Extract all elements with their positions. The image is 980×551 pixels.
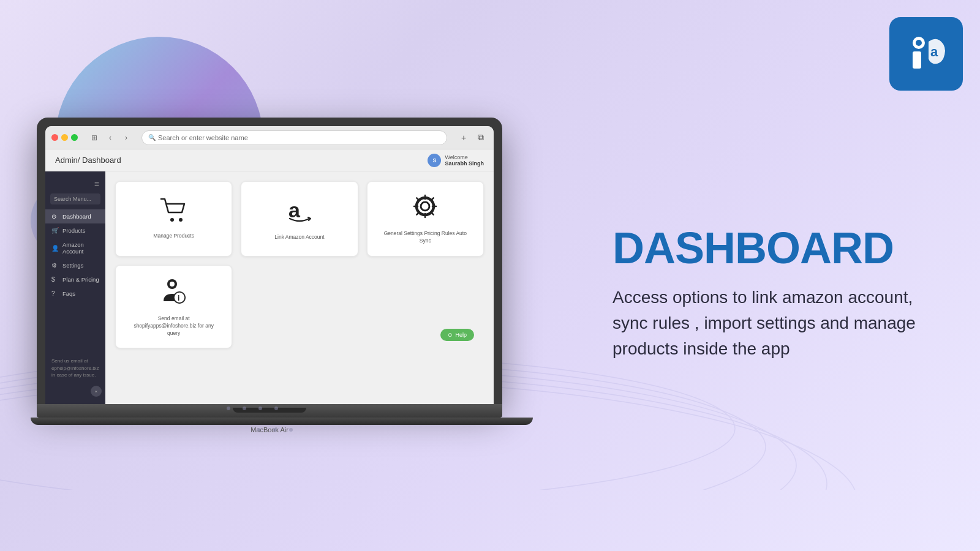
new-tab-button[interactable]: +: [457, 131, 470, 144]
support-card-label: Send email at shopifyapps@infoshore.biz …: [127, 315, 221, 337]
page-breadcrumb: Admin/ Dashboard: [55, 156, 121, 165]
sidebar-item-amazon[interactable]: 👤 Amazon Account: [45, 238, 105, 258]
svg-text:i: i: [178, 294, 179, 302]
browser-actions: + ⧉: [457, 131, 488, 144]
dashboard-heading: DASHBOARD: [612, 226, 931, 270]
forward-icon[interactable]: ›: [119, 131, 133, 144]
fullscreen-traffic-light[interactable]: [71, 134, 78, 141]
bottom-cards-grid: i Send email at shopifyapps@infoshore.bi…: [115, 265, 484, 349]
dashboard-cards-grid: Manage Products a: [115, 181, 484, 257]
sidebar: ≡ Search Menu... ⊙ Dashboard 🛒 Products …: [45, 171, 105, 404]
amazon-account-icon: 👤: [51, 245, 59, 252]
svg-text:a: a: [930, 44, 938, 59]
manage-products-label: Manage Products: [153, 233, 194, 240]
back-icon[interactable]: ‹: [104, 131, 117, 144]
general-settings-card[interactable]: General Settings Pricing Rules Auto Sync: [367, 181, 484, 257]
logo-svg: a: [902, 29, 951, 78]
user-info: Welcome Saurabh Singh: [445, 154, 484, 167]
help-icon: ⊙: [448, 332, 453, 338]
laptop-mockup: ⊞ ‹ › 🔍 Search or enter website name + ⧉…: [31, 118, 508, 433]
traffic-lights: [51, 134, 78, 141]
dashboard-icon: ⊙: [51, 213, 59, 220]
app-content: ≡ Search Menu... ⊙ Dashboard 🛒 Products …: [45, 171, 494, 404]
dot: [289, 428, 293, 432]
dots-row-1: [227, 407, 278, 410]
user-avatar: S: [428, 154, 441, 167]
browser-window: ⊞ ‹ › 🔍 Search or enter website name + ⧉…: [45, 126, 494, 404]
sidebar-footer: Send us email at ephelp@infoshore.biz in…: [45, 353, 105, 383]
dot: [274, 407, 278, 410]
browser-toolbar: ⊞ ‹ › 🔍 Search or enter website name + ⧉: [45, 126, 494, 149]
collapse-button[interactable]: «: [91, 386, 102, 397]
sidebar-footer-text: Send us email at ephelp@infoshore.biz in…: [51, 358, 99, 377]
plan-icon: $: [51, 276, 59, 283]
svg-point-13: [417, 198, 434, 215]
link-amazon-card[interactable]: a Link Amazon Account: [241, 181, 358, 257]
app-topbar: Admin/ Dashboard S Welcome Saurabh Singh: [45, 149, 494, 171]
search-icon: 🔍: [148, 134, 156, 141]
sidebar-toggle-icon[interactable]: ⊞: [88, 131, 101, 144]
user-name: Saurabh Singh: [445, 160, 484, 167]
sidebar-item-settings[interactable]: ⚙ Settings: [45, 258, 105, 272]
main-content: Manage Products a: [105, 171, 494, 404]
settings-icon: ⚙: [51, 262, 59, 269]
dot: [243, 407, 246, 410]
help-button-label: Help: [455, 332, 467, 338]
sidebar-item-products[interactable]: 🛒 Products: [45, 223, 105, 238]
close-traffic-light[interactable]: [51, 134, 58, 141]
minimize-traffic-light[interactable]: [61, 134, 68, 141]
sidebar-item-products-label: Products: [62, 227, 86, 234]
amazon-icon: a: [286, 197, 313, 229]
svg-point-14: [421, 202, 429, 211]
svg-rect-7: [913, 51, 921, 69]
user-badge: S Welcome Saurabh Singh: [428, 154, 484, 167]
sidebar-item-faqs[interactable]: ? Faqs: [45, 287, 105, 301]
support-card[interactable]: i Send email at shopifyapps@infoshore.bi…: [115, 265, 232, 349]
sidebar-item-faqs-label: Faqs: [62, 290, 75, 297]
sidebar-search-text: Search Menu...: [54, 196, 91, 202]
sidebar-search[interactable]: Search Menu...: [50, 193, 100, 204]
sidebar-item-plan-label: Plan & Pricing: [62, 276, 99, 283]
sidebar-collapse: «: [45, 383, 105, 399]
faqs-icon: ?: [51, 290, 59, 297]
svg-point-9: [170, 218, 174, 222]
dot: [227, 407, 230, 410]
browser-nav-controls: ⊞ ‹ ›: [88, 131, 133, 144]
welcome-label: Welcome: [445, 154, 484, 160]
dots-row-2: [257, 428, 293, 432]
help-button[interactable]: ⊙ Help: [440, 329, 474, 341]
dot: [257, 428, 261, 432]
gear-icon: [412, 193, 439, 225]
sidebar-item-settings-label: Settings: [62, 262, 83, 269]
hamburger-icon[interactable]: ≡: [45, 176, 105, 193]
general-settings-label: General Settings Pricing Rules Auto Sync: [379, 230, 472, 245]
laptop-body: ⊞ ‹ › 🔍 Search or enter website name + ⧉…: [37, 118, 502, 404]
dashboard-description: Access options to link amazon account, s…: [612, 285, 931, 362]
sidebar-item-dashboard[interactable]: ⊙ Dashboard: [45, 209, 105, 223]
svg-point-10: [179, 218, 183, 222]
support-icon: i: [160, 277, 188, 310]
manage-products-card[interactable]: Manage Products: [115, 181, 232, 257]
company-logo: a: [889, 17, 963, 91]
address-bar[interactable]: 🔍 Search or enter website name: [141, 130, 447, 145]
products-icon: 🛒: [51, 227, 59, 234]
laptop-foot: [31, 418, 533, 425]
dot: [273, 428, 277, 432]
svg-point-16: [170, 282, 175, 287]
sidebar-item-dashboard-label: Dashboard: [62, 213, 91, 220]
cart-icon: [160, 198, 188, 228]
svg-point-6: [916, 40, 922, 46]
sidebar-item-amazon-label: Amazon Account: [62, 241, 99, 255]
right-content-panel: DASHBOARD Access options to link amazon …: [612, 226, 931, 362]
dot: [258, 407, 262, 410]
link-amazon-label: Link Amazon Account: [274, 234, 324, 241]
sidebar-item-plan-pricing[interactable]: $ Plan & Pricing: [45, 272, 105, 287]
duplicate-tab-button[interactable]: ⧉: [474, 131, 488, 144]
address-bar-text: Search or enter website name: [158, 134, 248, 141]
